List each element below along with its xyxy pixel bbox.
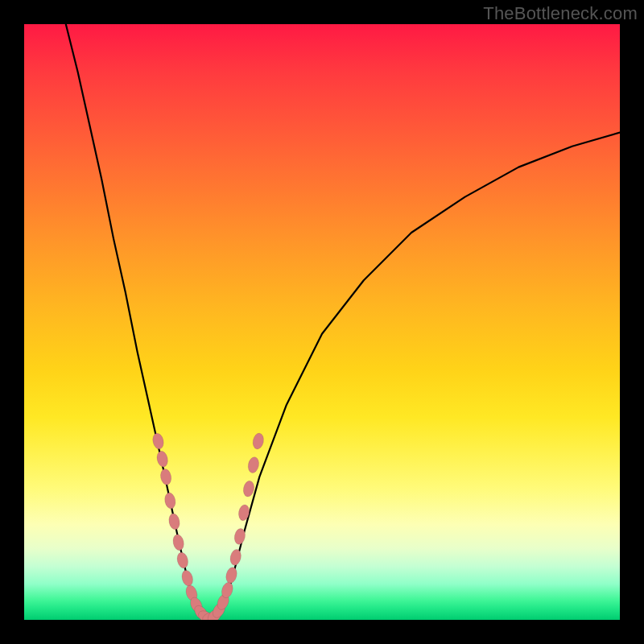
curve-marker — [171, 534, 185, 551]
curve-marker — [242, 480, 256, 497]
plot-svg — [24, 24, 620, 620]
curve-marker — [175, 551, 189, 570]
curve-right-branch — [224, 133, 620, 609]
curve-marker — [151, 432, 165, 450]
curve-marker — [229, 548, 242, 566]
curve-marker — [167, 513, 181, 530]
curve-marker — [225, 566, 239, 584]
chart-frame: TheBottleneck.com — [0, 0, 644, 644]
curve-marker — [159, 468, 172, 485]
curve-marker — [180, 569, 195, 588]
curve-marker — [251, 432, 265, 450]
watermark-text: TheBottleneck.com — [483, 3, 638, 24]
curve-marker — [247, 456, 261, 474]
curve-marker — [155, 450, 169, 468]
plot-outer — [24, 24, 620, 620]
curve-marker — [163, 492, 176, 510]
